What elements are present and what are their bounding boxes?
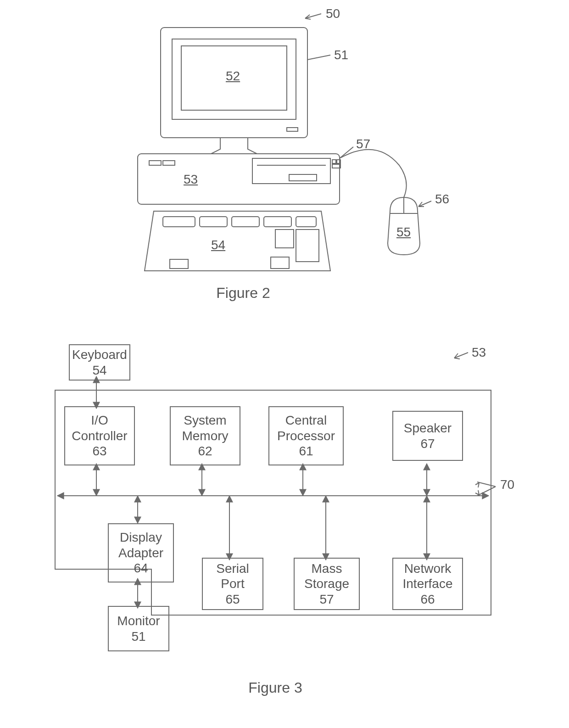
box-sysmem: System Memory 62	[170, 406, 240, 465]
svg-rect-21	[271, 257, 289, 269]
svg-rect-7	[252, 158, 330, 184]
box-sysmem-title: System Memory	[171, 413, 240, 443]
box-io-title: I/O Controller	[65, 413, 134, 443]
figure2-drawing	[0, 0, 569, 303]
figure3-caption: Figure 3	[229, 679, 321, 696]
box-display: Display Adapter 64	[108, 523, 174, 582]
box-cpu-num: 61	[269, 443, 343, 459]
box-io-num: 63	[65, 443, 134, 459]
figure2-caption: Figure 2	[197, 285, 289, 302]
label-56: 56	[435, 192, 449, 207]
box-keyboard-num: 54	[70, 363, 129, 378]
box-net: Network Interface 66	[392, 558, 463, 610]
svg-rect-15	[232, 217, 259, 227]
svg-rect-13	[163, 217, 195, 227]
box-monitor-num: 51	[109, 629, 168, 644]
svg-rect-3	[287, 128, 298, 131]
f3-label-70: 70	[500, 477, 514, 492]
box-display-title: Display Adapter	[109, 530, 173, 560]
label-50: 50	[326, 6, 340, 21]
box-io: I/O Controller 63	[64, 406, 135, 465]
label-51: 51	[334, 48, 348, 62]
svg-rect-16	[264, 217, 291, 227]
box-keyboard-title: Keyboard	[70, 347, 129, 363]
box-sysmem-num: 62	[171, 443, 240, 459]
box-monitor-title: Monitor	[109, 613, 168, 629]
svg-rect-20	[170, 259, 188, 269]
label-53: 53	[184, 172, 198, 187]
svg-rect-17	[296, 217, 316, 227]
box-mass-title: Mass Storage	[295, 561, 359, 592]
page: 50 51 52 57 53 56 55 54 Figure 2	[0, 0, 569, 728]
box-serial: Serial Port 65	[202, 558, 263, 610]
svg-rect-19	[296, 230, 319, 262]
box-mass-num: 57	[295, 592, 359, 607]
label-55: 55	[396, 225, 411, 240]
box-speaker-title: Speaker	[393, 420, 462, 436]
svg-rect-5	[149, 161, 161, 165]
box-speaker-num: 67	[393, 436, 462, 452]
box-net-title: Network Interface	[393, 561, 462, 592]
svg-rect-4	[138, 154, 340, 204]
label-57: 57	[356, 137, 370, 151]
box-cpu-title: Central Processor	[269, 413, 343, 443]
svg-rect-9	[289, 174, 317, 181]
label-52: 52	[226, 69, 240, 84]
svg-rect-14	[200, 217, 227, 227]
box-mass: Mass Storage 57	[294, 558, 360, 610]
box-speaker: Speaker 67	[392, 411, 463, 461]
svg-rect-18	[275, 230, 294, 248]
figure3-drawing	[0, 330, 569, 679]
box-keyboard: Keyboard 54	[69, 344, 130, 381]
box-monitor: Monitor 51	[108, 606, 169, 651]
svg-rect-10	[332, 160, 336, 163]
box-cpu: Central Processor 61	[268, 406, 344, 465]
label-54: 54	[211, 238, 225, 252]
box-net-num: 66	[393, 592, 462, 607]
box-display-num: 64	[109, 560, 173, 576]
box-serial-num: 65	[203, 592, 262, 607]
f3-label-53: 53	[472, 345, 486, 360]
svg-rect-6	[163, 161, 175, 165]
box-serial-title: Serial Port	[203, 561, 262, 592]
